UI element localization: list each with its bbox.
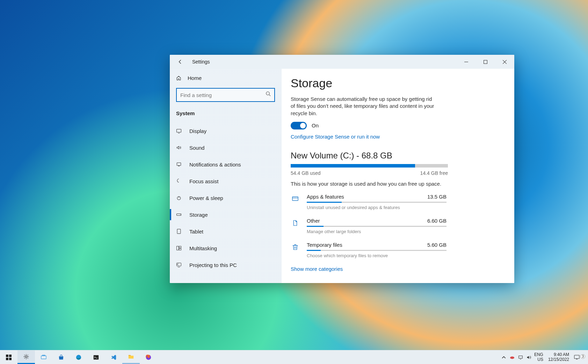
category-bar (307, 202, 447, 203)
svg-rect-26 (574, 355, 579, 358)
multitasking-icon (176, 245, 183, 251)
power-icon (176, 195, 183, 201)
sidebar-item-focus-assist[interactable]: Focus assist (170, 173, 281, 190)
sidebar-item-multitasking[interactable]: Multitasking (170, 240, 281, 257)
sidebar-home[interactable]: Home (170, 72, 281, 84)
svg-rect-20 (42, 355, 45, 356)
svg-rect-16 (6, 358, 8, 360)
sidebar-item-display[interactable]: Display (170, 122, 281, 139)
display-icon (176, 128, 183, 134)
taskbar-explorer[interactable] (122, 350, 140, 364)
svg-rect-17 (9, 358, 12, 360)
taskbar: ENG US 9:40 AM 12/15/2022 3 (0, 350, 588, 364)
taskbar-taskview[interactable] (35, 350, 52, 364)
vscode-icon (110, 354, 117, 361)
tray-volume-icon[interactable] (527, 355, 531, 360)
storage-sense-toggle[interactable] (291, 122, 307, 129)
storage-category-temp[interactable]: Temporary files 5.60 GB Choose which tem… (291, 242, 502, 258)
volume-title: New Volume (C:) - 68.8 GB (291, 151, 502, 161)
terminal-icon (93, 354, 99, 361)
home-label: Home (188, 75, 202, 81)
svg-point-6 (180, 214, 181, 215)
svg-rect-19 (41, 356, 46, 359)
tray-onedrive-icon[interactable] (510, 355, 515, 360)
notifications-icon (176, 162, 183, 167)
sidebar-item-tablet[interactable]: Tablet (170, 223, 281, 240)
svg-rect-2 (177, 129, 181, 132)
other-icon (291, 218, 300, 228)
storage-sense-description: Storage Sense can automatically free up … (291, 96, 437, 117)
sidebar-section-label: System (170, 104, 281, 119)
category-subtext: Manage other large folders (307, 229, 447, 234)
svg-rect-9 (177, 246, 179, 250)
category-size: 6.60 GB (427, 218, 447, 224)
sidebar-item-projecting[interactable]: Projecting to this PC (170, 257, 281, 273)
sidebar-item-notifications[interactable]: Notifications & actions (170, 156, 281, 173)
category-bar (307, 226, 447, 227)
category-name: Temporary files (307, 242, 342, 248)
svg-point-21 (76, 355, 81, 359)
category-subtext: Uninstall unused or undesired apps & fea… (307, 205, 447, 210)
volume-usage-bar (291, 164, 448, 168)
volume-free-label: 14.4 GB free (420, 170, 448, 176)
configure-storage-sense-link[interactable]: Configure Storage Sense or run it now (291, 134, 380, 140)
home-icon (176, 75, 181, 81)
storage-category-apps[interactable]: Apps & features 13.5 GB Uninstall unused… (291, 194, 502, 210)
taskbar-terminal[interactable] (87, 350, 105, 364)
sidebar-item-label: Multitasking (189, 245, 217, 251)
sidebar-item-label: Storage (189, 212, 208, 218)
search-input[interactable] (176, 88, 275, 102)
volume-used-label: 54.4 GB used (291, 170, 321, 176)
sidebar-item-label: Focus assist (189, 178, 218, 184)
storage-category-other[interactable]: Other 6.60 GB Manage other large folders (291, 218, 502, 234)
minimize-icon (464, 60, 469, 64)
svg-rect-10 (179, 246, 181, 248)
sidebar-item-power-sleep[interactable]: Power & sleep (170, 190, 281, 206)
tray-chevron-up-icon[interactable] (501, 355, 506, 360)
action-center-button[interactable]: 3 (574, 355, 586, 360)
tray-network-icon[interactable] (518, 355, 523, 360)
storage-icon (176, 212, 183, 217)
category-subtext: Choose which temporary files to remove (307, 253, 447, 258)
category-bar (307, 250, 447, 251)
language-indicator[interactable]: ENG US (534, 352, 543, 362)
sidebar-item-storage[interactable]: Storage (170, 206, 281, 223)
settings-window: Settings Home (170, 55, 514, 283)
sidebar-item-sound[interactable]: Sound (170, 139, 281, 156)
maximize-button[interactable] (476, 55, 495, 69)
back-button[interactable] (175, 56, 186, 67)
taskbar-edge[interactable] (70, 350, 87, 364)
folder-icon (128, 354, 134, 360)
store-icon (58, 354, 64, 361)
taskbar-store[interactable] (52, 350, 70, 364)
show-more-categories-link[interactable]: Show more categories (291, 266, 343, 272)
windows-logo-icon (6, 354, 12, 361)
notification-icon (574, 355, 580, 360)
taskbar-vscode[interactable] (105, 350, 122, 364)
volume-usage-fill (291, 164, 415, 168)
window-title: Settings (192, 59, 210, 65)
clock[interactable]: 9:40 AM 12/15/2022 (546, 352, 571, 362)
taskbar-firefox[interactable] (140, 350, 157, 364)
system-tray[interactable] (501, 355, 531, 360)
svg-rect-11 (179, 248, 181, 250)
sidebar-item-label: Tablet (189, 229, 203, 235)
category-name: Other (307, 218, 320, 224)
close-button[interactable] (495, 55, 514, 69)
titlebar: Settings (170, 55, 514, 69)
svg-point-8 (179, 233, 179, 233)
tablet-icon (176, 229, 183, 234)
taskbar-settings[interactable] (17, 350, 35, 364)
sidebar-item-label: Notifications & actions (189, 162, 241, 168)
arrow-left-icon (178, 59, 183, 64)
minimize-button[interactable] (457, 55, 476, 69)
sidebar-item-label: Sound (189, 145, 204, 151)
focus-assist-icon (176, 178, 183, 184)
category-size: 5.60 GB (427, 242, 447, 248)
start-button[interactable] (0, 350, 17, 364)
apps-icon (291, 194, 300, 203)
maximize-icon (483, 60, 488, 64)
edge-icon (75, 354, 82, 361)
svg-rect-22 (94, 355, 99, 359)
usage-description: This is how your storage is used and how… (291, 181, 502, 187)
